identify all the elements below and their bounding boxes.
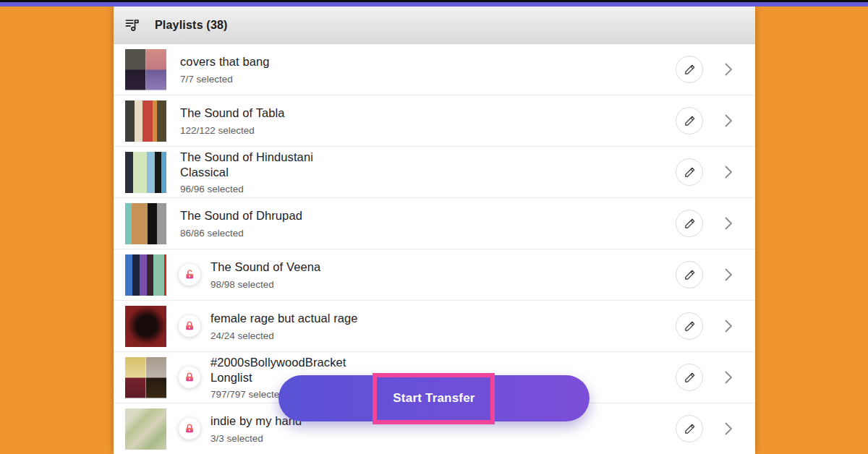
playlist-cover: [125, 203, 166, 244]
playlist-cover: [125, 152, 166, 193]
lock-icon: [184, 320, 195, 332]
pencil-icon: [684, 166, 696, 179]
playlist-cover: [125, 254, 166, 296]
playlist-selected-count: 98/98 selected: [210, 279, 320, 290]
playlist-title: The Sound of Dhrupad: [180, 208, 302, 223]
pencil-icon: [684, 423, 696, 435]
playlist-row: covers that bang 7/7 selected: [114, 44, 755, 95]
playlist-title: The Sound of Hindustani Classical: [180, 150, 339, 181]
chevron-right-icon[interactable]: [723, 164, 733, 180]
chevron-right-icon[interactable]: [723, 318, 733, 334]
playlist-selected-count: 3/3 selected: [210, 433, 302, 444]
edit-playlist-button[interactable]: [676, 210, 703, 237]
playlist-cover: [125, 357, 166, 398]
edit-playlist-button[interactable]: [676, 415, 703, 442]
edit-playlist-button[interactable]: [676, 312, 703, 340]
progress-accent-bar: [0, 2, 868, 7]
playlists-header-title: Playlists (38): [155, 19, 228, 32]
pencil-icon: [684, 372, 696, 384]
chevron-right-icon[interactable]: [723, 215, 733, 231]
playlist-selected-count: 86/86 selected: [180, 228, 302, 239]
playlists-header: Playlists (38): [114, 7, 755, 44]
edit-playlist-button[interactable]: [676, 364, 703, 391]
chevron-right-icon[interactable]: [723, 369, 733, 385]
playlist-selected-count: 96/96 selected: [180, 184, 339, 194]
playlist-title: The Sound of Veena: [210, 260, 320, 275]
playlist-row: The Sound of Veena 98/98 selected: [114, 249, 755, 301]
playlist-row: The Sound of Hindustani Classical 96/96 …: [114, 147, 755, 198]
playlist-cover: [125, 408, 166, 450]
start-transfer-button[interactable]: Start Transfer: [278, 375, 590, 421]
chevron-right-icon[interactable]: [723, 113, 733, 129]
lock-toggle[interactable]: [179, 367, 200, 388]
chevron-right-icon[interactable]: [723, 421, 733, 437]
playlist-title: The Sound of Tabla: [180, 106, 285, 121]
pencil-icon: [684, 115, 696, 127]
playlist-cover: [125, 100, 166, 142]
edit-playlist-button[interactable]: [676, 261, 703, 288]
playlist-cover: [125, 49, 166, 90]
pencil-icon: [684, 64, 696, 76]
lock-toggle[interactable]: [179, 315, 200, 337]
playlist-title: covers that bang: [180, 54, 270, 69]
playlist-row: female rage but actual rage 24/24 select…: [114, 301, 755, 352]
playlist-cover: [125, 306, 166, 347]
lock-toggle[interactable]: [179, 418, 200, 440]
pencil-icon: [684, 320, 696, 333]
edit-playlist-button[interactable]: [676, 158, 703, 186]
playlist-title: female rage but actual rage: [210, 311, 358, 326]
playlist-selected-count: 24/24 selected: [210, 330, 358, 341]
playlist-selected-count: 7/7 selected: [180, 74, 270, 85]
playlist-transfer-screen: Playlists (38) covers that bang 7/7 sele…: [0, 0, 868, 454]
chevron-right-icon[interactable]: [723, 61, 733, 77]
lock-toggle[interactable]: [179, 264, 200, 286]
lock-icon: [184, 372, 195, 383]
playlist-selected-count: 122/122 selected: [180, 125, 285, 136]
playlist-music-icon: [124, 17, 140, 33]
playlist-row: The Sound of Dhrupad 86/86 selected: [114, 198, 755, 249]
pencil-icon: [684, 269, 696, 281]
edit-playlist-button[interactable]: [676, 56, 703, 83]
edit-playlist-button[interactable]: [676, 107, 703, 134]
pencil-icon: [684, 218, 696, 230]
lock-icon: [184, 423, 195, 434]
unlock-icon: [184, 269, 195, 280]
chevron-right-icon[interactable]: [723, 267, 733, 283]
playlist-row: The Sound of Tabla 122/122 selected: [114, 95, 755, 147]
